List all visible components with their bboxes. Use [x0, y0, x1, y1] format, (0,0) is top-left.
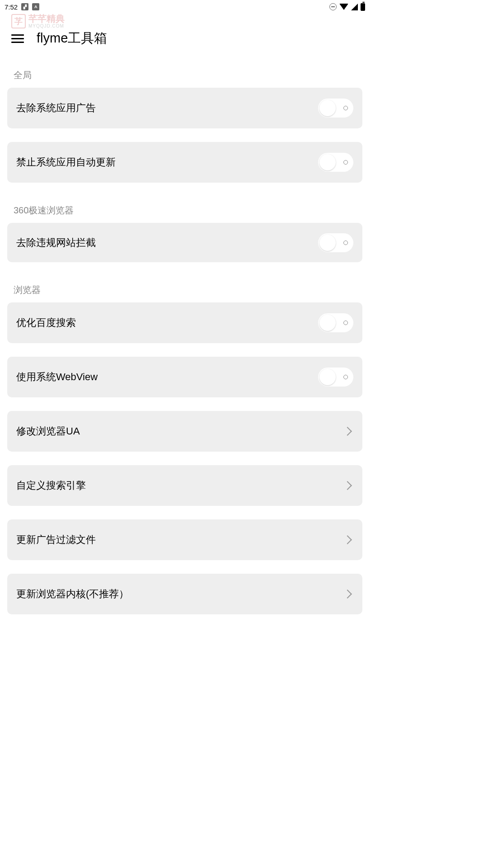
setting-disable-auto-update[interactable]: 禁止系统应用自动更新 — [7, 142, 362, 183]
chevron-right-icon — [343, 535, 352, 544]
app-icon: A — [32, 3, 39, 10]
setting-remove-system-ads[interactable]: 去除系统应用广告 — [7, 88, 362, 128]
setting-use-system-webview[interactable]: 使用系统WebView — [7, 357, 362, 397]
setting-optimize-baidu[interactable]: 优化百度搜索 — [7, 302, 362, 343]
image-icon: ▞ — [21, 3, 28, 10]
setting-label: 去除违规网站拦截 — [16, 236, 96, 250]
setting-label: 修改浏览器UA — [16, 425, 80, 438]
app-title: flyme工具箱 — [37, 29, 107, 47]
setting-label: 优化百度搜索 — [16, 316, 76, 330]
section-header-360browser: 360极速浏览器 — [7, 196, 362, 223]
section-header-global: 全局 — [7, 61, 362, 88]
setting-label: 使用系统WebView — [16, 370, 98, 384]
toggle-switch[interactable] — [318, 99, 353, 118]
chevron-right-icon — [343, 481, 352, 490]
setting-custom-search-engine[interactable]: 自定义搜索引擎 — [7, 465, 362, 506]
watermark: 芓 芊芊精典 MYQQJD.COM — [11, 14, 65, 28]
watermark-title: 芊芊精典 — [28, 14, 65, 24]
setting-update-ad-filter[interactable]: 更新广告过滤文件 — [7, 519, 362, 560]
status-bar: 7:52 ▞ A — [0, 0, 370, 14]
hamburger-menu-icon[interactable] — [11, 34, 24, 43]
toggle-switch[interactable] — [318, 153, 353, 172]
settings-content: 全局 去除系统应用广告 禁止系统应用自动更新 360极速浏览器 去除违规网站拦截… — [0, 57, 370, 614]
toggle-switch[interactable] — [318, 313, 353, 332]
setting-label: 禁止系统应用自动更新 — [16, 156, 116, 169]
chevron-right-icon — [343, 590, 352, 599]
battery-icon — [361, 3, 365, 11]
setting-remove-site-block[interactable]: 去除违规网站拦截 — [7, 223, 362, 262]
wifi-icon — [339, 4, 348, 10]
signal-icon — [351, 4, 358, 10]
toggle-switch[interactable] — [318, 368, 353, 387]
setting-label: 自定义搜索引擎 — [16, 479, 86, 492]
status-bar-right — [329, 3, 365, 11]
setting-update-browser-kernel[interactable]: 更新浏览器内核(不推荐） — [7, 574, 362, 614]
dnd-icon — [329, 3, 337, 10]
chevron-right-icon — [343, 427, 352, 436]
setting-modify-ua[interactable]: 修改浏览器UA — [7, 411, 362, 452]
status-time: 7:52 — [5, 3, 18, 11]
watermark-subtitle: MYQQJD.COM — [28, 24, 65, 28]
status-bar-left: 7:52 ▞ A — [5, 3, 39, 11]
setting-label: 更新浏览器内核(不推荐） — [16, 587, 129, 601]
watermark-icon: 芓 — [11, 14, 26, 28]
setting-label: 去除系统应用广告 — [16, 101, 96, 115]
toggle-switch[interactable] — [318, 233, 353, 252]
section-header-browser: 浏览器 — [7, 276, 362, 302]
setting-label: 更新广告过滤文件 — [16, 533, 96, 547]
